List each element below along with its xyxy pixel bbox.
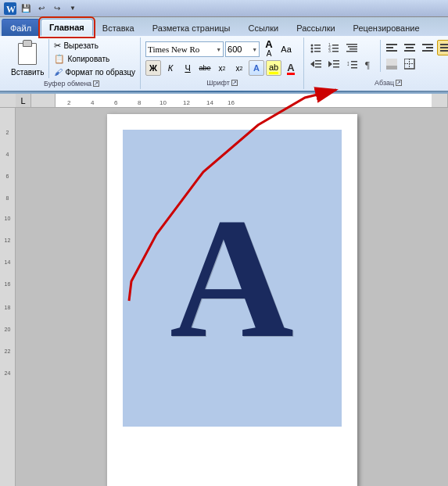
font-group: Times New Ro ▼ 600 ▼ A A Aa Ж — [141, 38, 304, 89]
svg-rect-29 — [351, 67, 357, 69]
svg-rect-34 — [404, 44, 415, 45]
font-color-button[interactable]: A — [283, 60, 299, 76]
svg-rect-42 — [440, 50, 448, 52]
clipboard-expand-icon[interactable]: ↗ — [93, 80, 99, 87]
tab-page-layout[interactable]: Разметка страницы — [144, 19, 239, 36]
save-quick-button[interactable]: 💾 — [19, 2, 33, 16]
numbered-list-button[interactable]: 1. 2. 3. — [325, 40, 342, 55]
document-area: 2 4 6 8 10 12 14 16 18 20 22 24 A — [0, 108, 448, 486]
word-icon-button[interactable]: W — [3, 2, 17, 16]
v-ruler-mark-8: 8 — [6, 195, 9, 201]
tab-references[interactable]: Ссылки — [239, 19, 287, 36]
ruler-mark-14: 14 — [206, 99, 213, 106]
align-center-button[interactable] — [401, 40, 418, 55]
cut-button[interactable]: ✂ Вырезать — [52, 40, 137, 52]
shading-button[interactable] — [383, 56, 400, 72]
redo-quick-button[interactable]: ↪ — [50, 2, 64, 16]
ruler-strip: 2 4 6 8 10 12 14 16 — [55, 94, 448, 107]
sort-button[interactable]: ↕ — [343, 56, 360, 72]
svg-rect-15 — [348, 46, 357, 48]
undo-quick-button[interactable]: ↩ — [34, 2, 48, 16]
ribbon-separator — [0, 91, 448, 92]
show-marks-button[interactable]: ¶ — [361, 56, 378, 72]
svg-text:3.: 3. — [328, 48, 332, 53]
paragraph-expand-icon[interactable]: ↗ — [396, 80, 402, 86]
clipboard-actions: ✂ Вырезать 📋 Копировать 🖌 Формат по обра… — [52, 39, 137, 78]
svg-rect-16 — [349, 48, 357, 50]
ruler-corner[interactable]: L — [16, 94, 31, 108]
italic-button[interactable]: К — [163, 60, 178, 76]
increase-indent-button[interactable] — [325, 56, 342, 72]
v-ruler-mark-2: 2 — [6, 130, 9, 135]
svg-text:W: W — [6, 4, 16, 15]
tab-mailings[interactable]: Рассылки — [288, 19, 343, 36]
tab-file[interactable]: Файл — [2, 19, 40, 36]
ruler-mark-8: 8 — [138, 99, 141, 106]
svg-rect-35 — [406, 47, 414, 48]
strikethrough-button[interactable]: abe — [197, 60, 213, 76]
highlight-color-button[interactable]: ab — [266, 60, 281, 76]
font-name-selector[interactable]: Times New Ro ▼ — [145, 41, 224, 57]
scissors-icon: ✂ — [54, 41, 61, 51]
quick-access-toolbar: W 💾 ↩ ↪ ▼ — [3, 2, 80, 16]
selected-text-block: A — [123, 130, 342, 427]
text-effects-button[interactable]: A — [249, 60, 264, 76]
tab-review[interactable]: Рецензирование — [345, 19, 428, 36]
svg-rect-11 — [332, 48, 339, 49]
ruler-mark-6: 6 — [114, 99, 117, 106]
font-size-selector[interactable]: 600 ▼ — [225, 41, 260, 57]
align-left-button[interactable] — [383, 40, 400, 55]
paragraph-group-label: Абзац ↗ — [307, 77, 448, 87]
document-scroll-area[interactable]: A — [16, 108, 448, 486]
svg-rect-7 — [314, 51, 321, 52]
superscript-button[interactable]: x2 — [231, 60, 247, 76]
svg-rect-25 — [333, 66, 339, 68]
multilevel-list-button[interactable] — [343, 40, 360, 55]
copy-button[interactable]: 📋 Копировать — [52, 53, 137, 65]
font-top-row: Times New Ro ▼ 600 ▼ A A Aa — [145, 40, 299, 59]
clipboard-label: Буфер обмена ↗ — [6, 78, 137, 88]
justify-button[interactable] — [437, 40, 448, 55]
tab-insert[interactable]: Вставка — [94, 19, 143, 36]
font-expand-icon[interactable]: ↗ — [231, 80, 238, 86]
v-ruler-mark-16: 16 — [5, 281, 11, 287]
borders-button[interactable] — [401, 56, 418, 72]
svg-text:¶: ¶ — [365, 59, 370, 70]
align-right-button[interactable] — [419, 40, 436, 55]
svg-rect-33 — [386, 50, 397, 52]
svg-rect-39 — [422, 50, 433, 52]
underline-button[interactable]: Ч — [180, 60, 195, 76]
ruler-mark-12: 12 — [183, 99, 190, 106]
v-ruler-mark-14: 14 — [5, 259, 11, 265]
title-bar: W 💾 ↩ ↪ ▼ — [0, 0, 448, 17]
decrease-font-size-button[interactable]: A — [261, 49, 277, 59]
format-painter-button[interactable]: 🖌 Формат по образцу — [52, 66, 137, 77]
tab-home[interactable]: Главная — [41, 19, 93, 36]
document-page: A — [107, 114, 357, 486]
decrease-indent-button[interactable] — [307, 56, 324, 72]
svg-rect-40 — [440, 44, 448, 45]
svg-rect-14 — [346, 44, 357, 45]
subscript-button[interactable]: x2 — [214, 60, 230, 76]
clear-formatting-button[interactable]: Aa — [278, 41, 294, 57]
paste-icon — [15, 41, 40, 66]
ruler-mark-16: 16 — [228, 99, 235, 106]
svg-text:↕: ↕ — [346, 59, 350, 67]
paste-button[interactable]: Вставить — [6, 39, 49, 78]
customize-qa-button[interactable]: ▼ — [66, 2, 80, 16]
bullet-list-button[interactable] — [307, 40, 324, 55]
clipboard-group: Вставить ✂ Вырезать 📋 Копировать — [3, 38, 141, 89]
ribbon-tab-row: Файл Главная Вставка Разметка страницы С… — [0, 17, 448, 36]
v-ruler-mark-6: 6 — [6, 173, 9, 179]
svg-point-2 — [311, 45, 314, 47]
ribbon: Файл Главная Вставка Разметка страницы С… — [0, 17, 448, 94]
bold-button[interactable]: Ж — [145, 60, 161, 76]
increase-font-size-button[interactable]: A — [261, 40, 277, 49]
svg-rect-36 — [404, 50, 415, 52]
v-ruler-mark-20: 20 — [5, 327, 11, 332]
ruler-left-margin — [31, 94, 55, 107]
document-letter-a: A — [170, 192, 294, 364]
svg-rect-19 — [315, 60, 321, 62]
svg-rect-28 — [351, 64, 357, 66]
v-ruler-mark-12: 12 — [5, 238, 11, 243]
